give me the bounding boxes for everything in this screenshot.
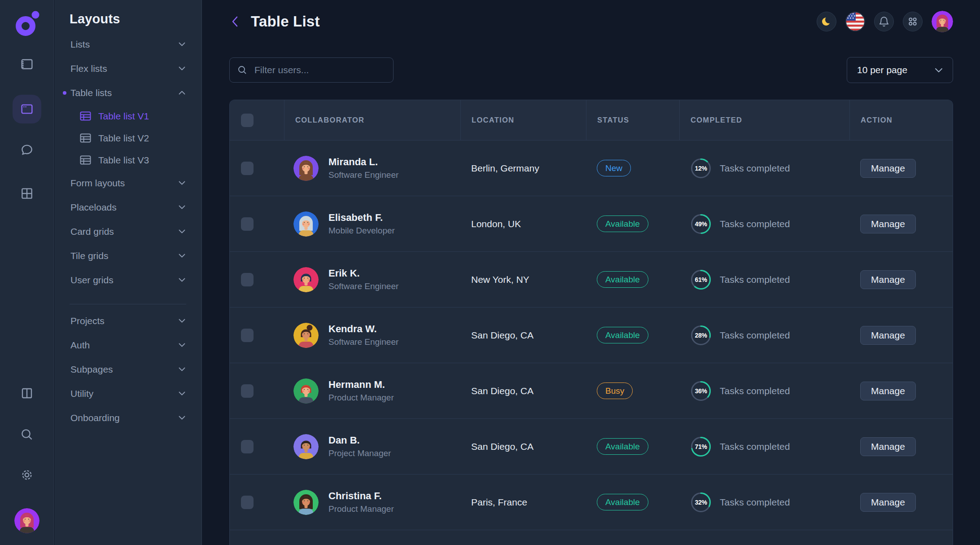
us-flag-icon (846, 12, 865, 31)
collaborator-avatar (293, 378, 319, 404)
header-actions (817, 11, 953, 32)
collaborator-cell: Hermann M. Product Manager (284, 363, 460, 418)
sidebar-group[interactable]: Utility (54, 382, 201, 406)
per-page-select[interactable]: 10 per page (847, 57, 953, 83)
collaborator-name: Christina F. (328, 490, 394, 502)
status-badge: Available (597, 438, 648, 455)
sidebar-group[interactable]: Card grids (54, 220, 201, 244)
filter-users-input[interactable] (254, 64, 386, 76)
columns-icon-button[interactable] (20, 386, 34, 400)
search-icon-button[interactable] (20, 427, 34, 442)
row-checkbox[interactable] (241, 162, 254, 175)
manage-button[interactable]: Manage (860, 493, 916, 512)
collaborator-role: Mobile Developer (328, 226, 395, 236)
select-all-checkbox[interactable] (241, 114, 254, 127)
completion-percent: 36% (690, 380, 712, 402)
collaborator-cell: Miranda L. Software Engineer (284, 141, 460, 196)
manage-button[interactable]: Manage (860, 326, 916, 345)
grid-icon-button[interactable] (20, 186, 34, 201)
completion-ring: 12% (690, 158, 712, 179)
sidebar-group[interactable]: Flex lists (54, 57, 201, 81)
completion-percent: 32% (690, 492, 712, 513)
sidebar-group[interactable]: Projects (54, 309, 201, 333)
row-checkbox[interactable] (241, 273, 254, 286)
collaborator-name: Hermann M. (328, 379, 394, 391)
app-logo[interactable] (14, 10, 40, 36)
sidebar-group[interactable]: Auth (54, 333, 201, 357)
manage-button[interactable]: Manage (860, 159, 916, 178)
location-cell: Paris, France (460, 475, 586, 530)
profile-button[interactable] (932, 11, 953, 32)
manage-button[interactable]: Manage (860, 437, 916, 456)
sidebar-group-label: Card grids (70, 226, 114, 237)
sidebar-group[interactable]: User grids (54, 268, 201, 292)
completion-percent: 71% (690, 436, 712, 457)
completion-ring: 28% (690, 325, 712, 346)
completed-cell: 28% Tasks completed (679, 308, 849, 363)
row-checkbox[interactable] (241, 496, 254, 509)
row-checkbox-cell (230, 419, 284, 474)
sidebar-group-label: Table lists (70, 88, 112, 98)
collaborator-cell: Christina F. Product Manager (284, 475, 460, 530)
status-badge: Available (597, 271, 648, 288)
table-header-row: COLLABORATOR LOCATION STATUS COMPLETED A… (230, 100, 953, 140)
sidebar-subitem[interactable]: Table list V3 (54, 149, 201, 171)
dark-mode-toggle[interactable] (817, 12, 836, 31)
row-checkbox[interactable] (241, 329, 254, 342)
apps-menu-button[interactable] (903, 12, 923, 31)
collaborator-cell: Kendra W. Software Engineer (284, 308, 460, 363)
sidebar-group[interactable]: Subpages (54, 357, 201, 382)
manage-button[interactable]: Manage (860, 215, 916, 233)
chevron-left-icon (229, 15, 241, 28)
sidebar-subitem[interactable]: Table list V2 (54, 127, 201, 149)
search-icon (20, 427, 34, 442)
back-button[interactable] (229, 15, 241, 28)
manage-button[interactable]: Manage (860, 270, 916, 289)
sidebar-group[interactable]: Lists (54, 32, 201, 57)
location-text: New York, NY (471, 274, 529, 285)
app-window: Layouts Lists Flex lists Table lists (0, 0, 980, 545)
table-icon (80, 133, 91, 143)
table-icon (80, 111, 91, 121)
table-row: Christina F. Product Manager Paris, Fran… (230, 474, 953, 530)
rail-user-avatar[interactable] (14, 508, 39, 533)
panels-icon-button[interactable] (20, 57, 34, 71)
sidebar-group[interactable]: Table lists (54, 81, 201, 105)
completed-cell: 12% Tasks completed (679, 141, 849, 196)
status-cell: Available (586, 252, 679, 307)
manage-button[interactable]: Manage (860, 382, 916, 400)
row-checkbox[interactable] (241, 440, 254, 453)
chevron-down-icon (179, 181, 185, 185)
collaborator-name: Kendra W. (328, 323, 398, 335)
settings-icon-button[interactable] (20, 468, 34, 482)
collaborator-role: Software Engineer (328, 337, 398, 347)
row-checkbox[interactable] (241, 217, 254, 231)
messages-icon-button[interactable] (20, 143, 34, 157)
chevron-down-icon (179, 205, 185, 209)
column-header-action: ACTION (849, 100, 953, 140)
completion-ring: 32% (690, 492, 712, 513)
status-badge: Busy (597, 382, 633, 399)
tasks-completed-label: Tasks completed (720, 274, 790, 285)
row-checkbox[interactable] (241, 384, 254, 398)
sidebar-group[interactable]: Placeloads (54, 195, 201, 220)
action-cell: Manage (849, 141, 953, 196)
sidebar-group[interactable]: Tile grids (54, 244, 201, 268)
column-header-location: LOCATION (460, 100, 586, 140)
status-badge: New (597, 160, 631, 176)
sidebar-group[interactable]: Onboarding (54, 406, 201, 430)
moon-icon (821, 16, 832, 27)
location-text: Berlin, Germany (471, 163, 539, 174)
language-flag-button[interactable] (845, 12, 865, 31)
table-row: Hermann M. Product Manager San Diego, CA… (230, 363, 953, 418)
location-text: San Diego, CA (471, 386, 534, 396)
window-layout-icon (20, 102, 34, 116)
notifications-button[interactable] (874, 12, 894, 31)
columns-icon (20, 386, 34, 400)
layouts-icon-button-active[interactable] (13, 95, 41, 123)
action-cell: Manage (849, 475, 953, 530)
sidebar-group[interactable]: Form layouts (54, 171, 201, 195)
completion-ring: 49% (690, 213, 712, 235)
sidebar-subitem[interactable]: Table list V1 (54, 105, 201, 127)
user-avatar (14, 508, 39, 533)
